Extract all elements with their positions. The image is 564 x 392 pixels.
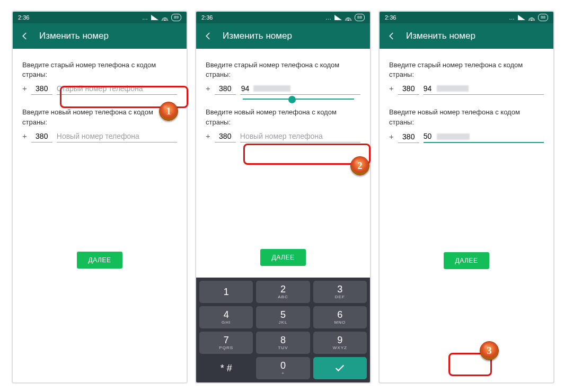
app-bar: Изменить номер	[196, 23, 370, 49]
app-bar: Изменить номер	[380, 23, 553, 49]
dots-icon: …	[325, 14, 331, 21]
wifi-icon	[162, 14, 168, 21]
key-0[interactable]: 0+	[256, 357, 310, 379]
old-country-code-input[interactable]	[31, 83, 52, 95]
battery-indicator: 89	[171, 14, 181, 21]
next-button[interactable]: ДАЛЕЕ	[444, 252, 490, 269]
plus-sign: +	[22, 84, 27, 95]
key-5[interactable]: 5JKL	[256, 306, 310, 328]
redacted-blur	[437, 85, 469, 92]
old-country-code-input[interactable]	[398, 83, 419, 95]
phone-screenshot-3: 2:36 … 88 Изменить номер Введите старый …	[378, 11, 554, 384]
appbar-title: Изменить номер	[223, 31, 292, 41]
key-1[interactable]: 1	[199, 281, 253, 303]
plus-sign: +	[206, 131, 210, 142]
plus-sign: +	[389, 84, 394, 95]
new-number-row: +	[206, 130, 360, 142]
old-number-row: +	[389, 83, 544, 95]
key-4[interactable]: 4GHI	[199, 306, 253, 328]
battery-indicator: 88	[355, 14, 365, 21]
redacted-blur	[437, 133, 470, 140]
phone-screenshot-2: 2:36 … 88 Изменить номер Введите старый …	[195, 11, 371, 384]
new-number-row: +	[22, 130, 177, 142]
dots-icon: …	[509, 14, 515, 21]
new-country-code-input[interactable]	[31, 130, 52, 142]
key-3[interactable]: 3DEF	[313, 281, 367, 303]
signal-icon	[334, 15, 342, 20]
dots-icon: …	[142, 14, 148, 21]
old-number-label: Введите старый номер телефона с кодом ст…	[22, 60, 177, 79]
new-number-label: Введите новый номер телефона с кодом стр…	[389, 108, 544, 127]
phone-screenshot-1: 2:36 … 89 Изменить номер Введите старый …	[12, 11, 188, 384]
status-bar: 2:36 … 88	[196, 12, 370, 23]
old-number-row: +	[22, 83, 177, 95]
key-2[interactable]: 2ABC	[256, 281, 310, 303]
app-bar: Изменить номер	[13, 23, 187, 49]
battery-indicator: 88	[538, 14, 548, 21]
key-9[interactable]: 9WXYZ	[313, 332, 367, 354]
new-phone-input[interactable]	[240, 130, 360, 142]
plus-sign: +	[22, 131, 27, 142]
back-arrow-icon[interactable]	[20, 31, 30, 41]
check-icon	[334, 362, 346, 374]
next-button[interactable]: ДАЛЕЕ	[260, 249, 306, 266]
new-number-row: +	[389, 130, 544, 143]
redacted-blur	[253, 85, 290, 92]
old-phone-input[interactable]	[57, 83, 177, 95]
new-number-label: Введите новый номер телефона с кодом стр…	[22, 108, 177, 127]
new-country-code-input[interactable]	[215, 130, 236, 142]
status-time: 2:36	[18, 14, 29, 21]
status-bar: 2:36 … 88	[380, 12, 553, 23]
old-number-label: Введите старый номер телефона с кодом ст…	[389, 60, 544, 79]
key-8[interactable]: 8TUV	[256, 332, 310, 354]
back-arrow-icon[interactable]	[387, 31, 396, 41]
key-6[interactable]: 6MNO	[313, 306, 367, 328]
next-button[interactable]: ДАЛЕЕ	[77, 252, 123, 269]
key-enter[interactable]	[313, 357, 367, 379]
old-number-row: +	[206, 83, 360, 95]
key-7[interactable]: 7PQRS	[199, 332, 253, 354]
numeric-keypad: 1 2ABC 3DEF 4GHI 5JKL 6MNO 7PQRS 8TUV 9W…	[196, 278, 370, 382]
text-selection-slider-knob[interactable]	[288, 96, 296, 103]
text-selection-slider-track	[243, 99, 354, 100]
wifi-icon	[528, 14, 535, 21]
key-symbols[interactable]: * #	[199, 357, 253, 379]
new-number-label: Введите новый номер телефона с кодом стр…	[206, 108, 360, 127]
signal-icon	[518, 15, 525, 20]
new-country-code-input[interactable]	[398, 131, 419, 143]
plus-sign: +	[389, 132, 394, 143]
wifi-icon	[345, 14, 351, 21]
signal-icon	[151, 15, 158, 20]
old-country-code-input[interactable]	[215, 83, 236, 95]
back-arrow-icon[interactable]	[204, 31, 213, 41]
appbar-title: Изменить номер	[39, 31, 109, 41]
status-bar: 2:36 … 89	[13, 12, 187, 23]
new-phone-input[interactable]	[57, 130, 177, 142]
status-time: 2:36	[385, 14, 396, 21]
old-number-label: Введите старый номер телефона с кодом ст…	[206, 60, 360, 79]
plus-sign: +	[206, 84, 210, 95]
appbar-title: Изменить номер	[406, 31, 475, 41]
status-time: 2:36	[201, 14, 213, 21]
